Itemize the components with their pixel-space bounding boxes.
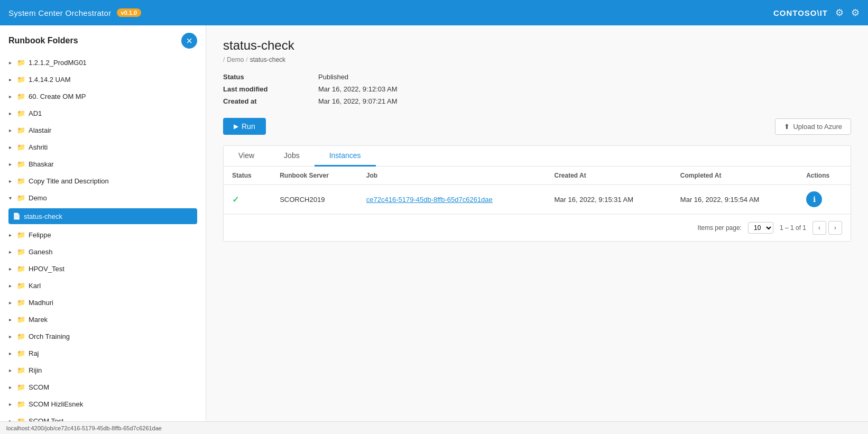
breadcrumb-slash: / [223, 56, 225, 63]
row-runbook-server: SCORCH2019 [271, 185, 358, 214]
sidebar-item-karl[interactable]: 📁 Karl [0, 277, 206, 294]
folder-icon: 📁 [17, 400, 25, 408]
tab-instances[interactable]: Instances [315, 146, 376, 167]
chevron-right-icon [6, 417, 14, 421]
next-page-button[interactable]: › [828, 221, 842, 235]
sidebar-item-raj[interactable]: 📁 Raj [0, 345, 206, 362]
info-button[interactable]: ℹ [806, 191, 822, 207]
sidebar-item-rijin[interactable]: 📁 Rijin [0, 362, 206, 378]
sidebar-scroll: 📁 1.2.1.2_ProdMG01 📁 1.4.14.2 UAM 📁 60. … [0, 54, 206, 421]
job-link[interactable]: ce72c416-5179-45db-8ffb-65d7c6261dae [366, 196, 493, 204]
sidebar-item-bhaskar[interactable]: 📁 Bhaskar [0, 155, 206, 172]
runbook-icon: 📄 [13, 213, 21, 220]
breadcrumb-demo[interactable]: Demo [227, 56, 244, 63]
sidebar-item-scomtest[interactable]: 📁 SCOM Test [0, 412, 206, 421]
sidebar-item-scomhizli[interactable]: 📁 SCOM HizliEsnek [0, 395, 206, 412]
folder-icon: 📁 [17, 75, 25, 84]
content-inner: status-check / Demo / status-check Statu… [206, 25, 868, 254]
chevron-right-icon [6, 366, 14, 374]
sidebar-item-1212[interactable]: 📁 1.2.1.2_ProdMG01 [0, 54, 206, 71]
upload-to-azure-button[interactable]: ⬆ Upload to Azure [775, 118, 851, 135]
sidebar-item-orchtraining[interactable]: 📁 Orch Training [0, 328, 206, 345]
add-folder-button[interactable]: × [181, 33, 197, 49]
topnav-right: CONTOSO\IT ⚙ ⚙ [773, 7, 860, 19]
folder-icon: 📁 [17, 92, 25, 100]
sidebar-item-label: HPOV_Test [29, 265, 64, 273]
sidebar-item-demo[interactable]: 📁 Demo [0, 189, 206, 206]
chevron-right-icon [6, 349, 14, 357]
col-runbook-server: Runbook Server [271, 167, 358, 185]
sidebar-item-label: 60. Create OM MP [29, 93, 86, 100]
sidebar-item-copytitle[interactable]: 📁 Copy Title and Description [0, 172, 206, 189]
last-modified-label: Last modified [223, 85, 318, 93]
chevron-right-icon [6, 299, 14, 306]
sidebar-item-label: Ganesh [29, 248, 53, 256]
sidebar-item-ganesh[interactable]: 📁 Ganesh [0, 243, 206, 260]
chevron-down-icon [6, 194, 14, 201]
content-area: status-check / Demo / status-check Statu… [206, 25, 868, 421]
sidebar-item-ad1[interactable]: 📁 AD1 [0, 105, 206, 122]
gear-icon[interactable]: ⚙ [851, 7, 860, 19]
chevron-right-icon [6, 160, 14, 168]
chevron-right-icon [6, 126, 14, 134]
chevron-right-icon [6, 93, 14, 100]
sidebar-item-ashriti[interactable]: 📁 Ashriti [0, 138, 206, 155]
meta-table: Status Published Last modified Mar 16, 2… [223, 73, 851, 105]
folder-icon: 📁 [17, 247, 25, 256]
sidebar-item-label: SCOM [29, 383, 49, 391]
sidebar-item-60create[interactable]: 📁 60. Create OM MP [0, 88, 206, 105]
sidebar-item-label: Ashriti [29, 143, 48, 151]
instances-table: Status Runbook Server Job Created At Com… [224, 167, 851, 214]
sidebar-item-marek[interactable]: 📁 Marek [0, 311, 206, 328]
main-layout: Runbook Folders × 📁 1.2.1.2_ProdMG01 📁 1… [0, 25, 868, 421]
sidebar-item-felippe[interactable]: 📁 Felippe [0, 226, 206, 243]
items-per-page-select[interactable]: 10 25 50 [748, 222, 773, 234]
status-label: Status [223, 73, 318, 81]
breadcrumb-slash2: / [246, 56, 247, 63]
sidebar-item-label: Rijin [29, 366, 42, 374]
org-label: CONTOSO\IT [773, 8, 828, 17]
tab-jobs[interactable]: Jobs [269, 146, 315, 167]
tabs-container: View Jobs Instances [224, 146, 851, 167]
chevron-right-icon [6, 143, 14, 151]
table-header: Status Runbook Server Job Created At Com… [224, 167, 851, 185]
sidebar-item-label: Raj [29, 349, 39, 357]
sidebar-item-madhuri[interactable]: 📁 Madhuri [0, 294, 206, 311]
last-modified-value: Mar 16, 2022, 9:12:03 AM [318, 85, 398, 93]
row-actions: ℹ [798, 185, 851, 214]
folder-icon: 📁 [17, 230, 25, 239]
folder-icon: 📁 [17, 126, 25, 134]
folder-icon: 📁 [17, 349, 25, 357]
sidebar-item-1414[interactable]: 📁 1.4.14.2 UAM [0, 71, 206, 88]
sidebar-item-label: Orch Training [29, 333, 70, 340]
sidebar-item-label: Demo [29, 194, 47, 202]
sidebar-item-label: Alastair [29, 126, 51, 134]
upload-btn-label: Upload to Azure [793, 123, 842, 131]
tab-view[interactable]: View [224, 146, 269, 167]
sidebar-item-scom[interactable]: 📁 SCOM [0, 378, 206, 395]
instances-card: View Jobs Instances Status Runbook Serve… [223, 145, 851, 242]
settings-icon[interactable]: ⚙ [835, 7, 844, 19]
row-status: ✓ [224, 185, 271, 214]
chevron-right-icon [6, 76, 14, 83]
action-bar: ▶ Run ⬆ Upload to Azure [223, 118, 851, 135]
chevron-right-icon [6, 282, 14, 289]
folder-icon: 📁 [17, 383, 25, 391]
sidebar-item-hpov[interactable]: 📁 HPOV_Test [0, 260, 206, 277]
pagination: Items per page: 10 25 50 1 – 1 of 1 ‹ › [224, 214, 851, 241]
sidebar-item-label: Karl [29, 282, 41, 290]
sidebar-item-alastair[interactable]: 📁 Alastair [0, 122, 206, 138]
play-icon: ▶ [234, 123, 238, 130]
folder-icon: 📁 [17, 332, 25, 340]
chevron-right-icon [6, 265, 14, 272]
folder-icon: 📁 [17, 281, 25, 290]
prev-page-button[interactable]: ‹ [812, 221, 826, 235]
run-button[interactable]: ▶ Run [223, 118, 266, 135]
status-value: Published [318, 73, 348, 81]
version-badge: v0.1.0 [117, 8, 142, 17]
chevron-right-icon [6, 333, 14, 340]
runbook-item-status-check[interactable]: 📄 status-check [8, 208, 197, 224]
items-per-page-label: Items per page: [698, 224, 742, 232]
col-actions: Actions [798, 167, 851, 185]
chevron-right-icon [6, 316, 14, 323]
